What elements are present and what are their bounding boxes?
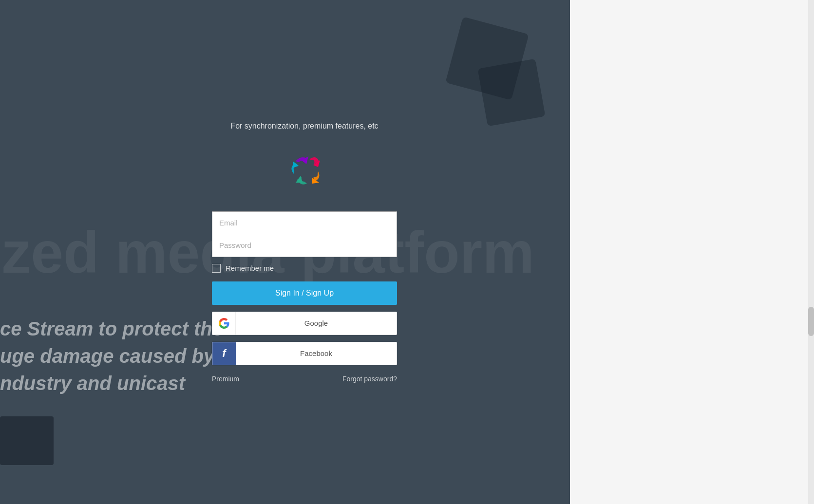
bg-boxes-top: [404, 24, 541, 151]
bottom-links: Premium Forgot password?: [212, 375, 397, 383]
remember-me-checkbox[interactable]: [212, 264, 221, 273]
tagline-text: For synchronization, premium features, e…: [230, 122, 378, 131]
main-panel: ized media platform ce Stream to protect…: [0, 0, 570, 504]
credentials-inputs: [212, 211, 397, 257]
scrollbar-track: [808, 0, 814, 504]
password-input[interactable]: [212, 234, 397, 257]
premium-link[interactable]: Premium: [212, 375, 239, 383]
signin-button[interactable]: Sign In / Sign Up: [212, 281, 397, 305]
forgot-password-link[interactable]: Forgot password?: [342, 375, 397, 383]
bg-box-1: [445, 17, 529, 100]
facebook-icon: f: [212, 342, 236, 365]
bg-box-2: [477, 58, 545, 126]
bg-box-small: [0, 416, 54, 465]
scrollbar-thumb[interactable]: [808, 307, 814, 336]
login-form: For synchronization, premium features, e…: [209, 122, 399, 383]
google-icon: [212, 312, 236, 335]
logo: [278, 142, 331, 198]
facebook-button-label: Facebook: [236, 349, 397, 357]
email-input[interactable]: [212, 212, 397, 234]
remember-me-row: Remember me: [212, 264, 397, 273]
remember-me-label: Remember me: [226, 264, 274, 272]
google-button-label: Google: [236, 319, 397, 327]
google-signin-button[interactable]: Google: [212, 312, 397, 335]
facebook-signin-button[interactable]: f Facebook: [212, 342, 397, 365]
bg-boxes-bottom: [0, 407, 58, 465]
right-panel: [570, 0, 814, 504]
